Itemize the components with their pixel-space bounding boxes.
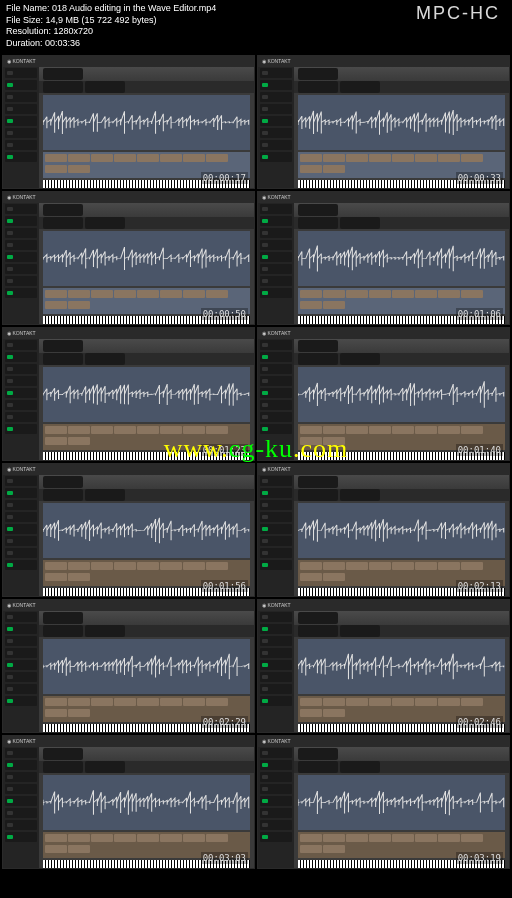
track-row[interactable] — [260, 412, 292, 422]
toolbar-control[interactable] — [340, 761, 380, 773]
track-row[interactable] — [5, 424, 37, 434]
thumbnail[interactable]: ◉ KONTAKT 00:02:46 — [257, 599, 510, 733]
track-row[interactable] — [260, 352, 292, 362]
wave-editor[interactable] — [298, 95, 505, 150]
wave-editor[interactable] — [298, 231, 505, 286]
panel-button[interactable] — [461, 698, 483, 706]
thumbnail[interactable]: ◉ KONTAKT 00:03:19 — [257, 735, 510, 869]
track-row[interactable] — [5, 152, 37, 162]
panel-button[interactable] — [160, 290, 182, 298]
wave-editor[interactable] — [43, 367, 250, 422]
track-row[interactable] — [5, 204, 37, 214]
track-row[interactable] — [5, 524, 37, 534]
panel-button[interactable] — [68, 573, 90, 581]
track-row[interactable] — [5, 80, 37, 90]
track-row[interactable] — [260, 672, 292, 682]
track-row[interactable] — [5, 252, 37, 262]
track-row[interactable] — [260, 548, 292, 558]
toolbar-control[interactable] — [43, 761, 83, 773]
thumbnail[interactable]: ◉ KONTAKT 00:00:33 — [257, 55, 510, 189]
panel-button[interactable] — [68, 437, 90, 445]
panel-button[interactable] — [300, 573, 322, 581]
panel-button[interactable] — [346, 290, 368, 298]
track-row[interactable] — [260, 536, 292, 546]
panel-button[interactable] — [461, 290, 483, 298]
panel-button[interactable] — [114, 698, 136, 706]
panel-button[interactable] — [114, 154, 136, 162]
track-row[interactable] — [260, 612, 292, 622]
wave-editor[interactable] — [43, 775, 250, 830]
track-row[interactable] — [260, 476, 292, 486]
panel-button[interactable] — [68, 426, 90, 434]
panel-button[interactable] — [369, 562, 391, 570]
track-row[interactable] — [260, 832, 292, 842]
panel-button[interactable] — [369, 290, 391, 298]
thumbnail[interactable]: ◉ KONTAKT 00:01:23 — [2, 327, 255, 461]
panel-button[interactable] — [323, 154, 345, 162]
track-row[interactable] — [260, 500, 292, 510]
panel-button[interactable] — [323, 301, 345, 309]
track-row[interactable] — [5, 760, 37, 770]
toolbar-control[interactable] — [298, 489, 338, 501]
panel-button[interactable] — [183, 698, 205, 706]
track-row[interactable] — [260, 128, 292, 138]
track-row[interactable] — [5, 140, 37, 150]
track-row[interactable] — [260, 228, 292, 238]
panel-button[interactable] — [323, 845, 345, 853]
track-row[interactable] — [5, 340, 37, 350]
toolbar-control[interactable] — [298, 353, 338, 365]
track-row[interactable] — [5, 748, 37, 758]
wave-editor[interactable] — [298, 775, 505, 830]
toolbar-control[interactable] — [43, 625, 83, 637]
track-row[interactable] — [260, 624, 292, 634]
panel-button[interactable] — [137, 426, 159, 434]
panel-button[interactable] — [206, 154, 228, 162]
track-row[interactable] — [260, 660, 292, 670]
track-row[interactable] — [260, 152, 292, 162]
panel-button[interactable] — [68, 154, 90, 162]
wave-editor[interactable] — [43, 95, 250, 150]
panel-button[interactable] — [160, 426, 182, 434]
track-row[interactable] — [260, 276, 292, 286]
panel-button[interactable] — [369, 154, 391, 162]
toolbar-control[interactable] — [340, 489, 380, 501]
track-row[interactable] — [5, 772, 37, 782]
toolbar-control[interactable] — [340, 217, 380, 229]
panel-button[interactable] — [114, 426, 136, 434]
panel-button[interactable] — [415, 290, 437, 298]
panel-button[interactable] — [323, 437, 345, 445]
track-row[interactable] — [5, 612, 37, 622]
track-row[interactable] — [5, 536, 37, 546]
track-row[interactable] — [5, 660, 37, 670]
track-row[interactable] — [260, 784, 292, 794]
panel-button[interactable] — [91, 154, 113, 162]
wave-editor[interactable] — [298, 367, 505, 422]
toolbar-control[interactable] — [85, 761, 125, 773]
panel-button[interactable] — [160, 154, 182, 162]
track-row[interactable] — [260, 560, 292, 570]
panel-button[interactable] — [323, 709, 345, 717]
track-row[interactable] — [5, 512, 37, 522]
wave-editor[interactable] — [298, 503, 505, 558]
panel-button[interactable] — [183, 834, 205, 842]
panel-button[interactable] — [206, 834, 228, 842]
track-row[interactable] — [260, 216, 292, 226]
thumbnail[interactable]: ◉ KONTAKT 00:02:29 — [2, 599, 255, 733]
wave-editor[interactable] — [43, 639, 250, 694]
thumbnail[interactable]: ◉ KONTAKT 00:00:17 — [2, 55, 255, 189]
track-row[interactable] — [260, 252, 292, 262]
panel-button[interactable] — [461, 562, 483, 570]
track-row[interactable] — [260, 364, 292, 374]
panel-button[interactable] — [45, 573, 67, 581]
panel-button[interactable] — [91, 698, 113, 706]
track-row[interactable] — [260, 524, 292, 534]
track-row[interactable] — [260, 400, 292, 410]
track-row[interactable] — [5, 92, 37, 102]
panel-button[interactable] — [45, 845, 67, 853]
track-row[interactable] — [260, 488, 292, 498]
track-row[interactable] — [260, 264, 292, 274]
panel-button[interactable] — [415, 562, 437, 570]
track-row[interactable] — [260, 636, 292, 646]
toolbar-control[interactable] — [298, 625, 338, 637]
panel-button[interactable] — [438, 290, 460, 298]
